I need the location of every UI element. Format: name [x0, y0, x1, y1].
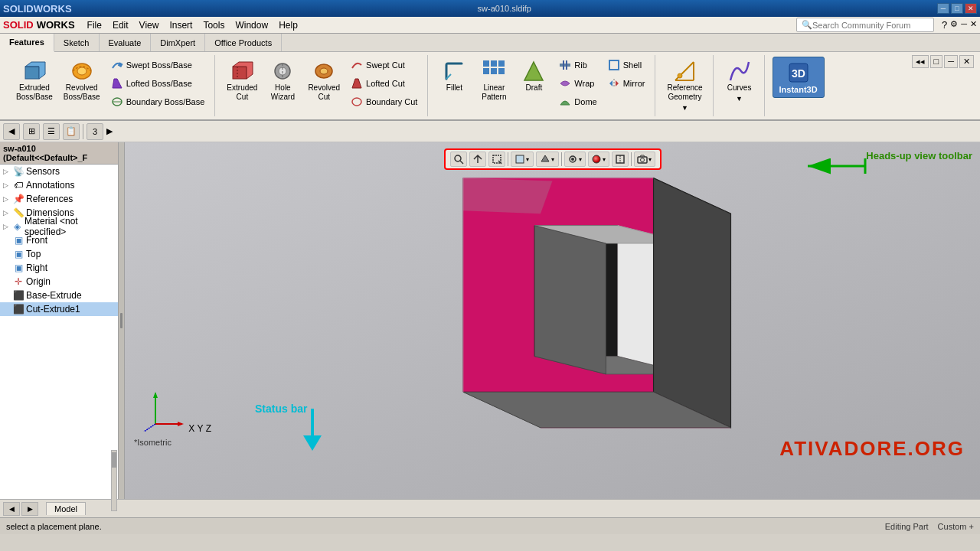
- instant3d-button[interactable]: 3D Instant3D: [773, 57, 825, 98]
- boss-base-items: ExtrudedBoss/Base RevolvedBoss/Base: [12, 57, 208, 115]
- appearance-btn[interactable]: ▾: [588, 152, 609, 167]
- boss-base-small-col: Swept Boss/Base Lofted Boss/Base: [107, 57, 209, 110]
- curves-button[interactable]: Curves: [721, 57, 758, 95]
- swept-cut-button[interactable]: Swept Cut: [347, 57, 421, 73]
- wrap-button[interactable]: Wrap: [555, 75, 600, 92]
- boundary-boss-base-button[interactable]: Boundary Boss/Base: [107, 93, 209, 110]
- curves-dropdown[interactable]: ▼: [736, 95, 743, 103]
- swept-boss-icon: [111, 59, 123, 71]
- feature-mgr-btn[interactable]: ⊞: [23, 123, 40, 140]
- menu-tools[interactable]: Tools: [198, 18, 229, 32]
- linear-pattern-button[interactable]: LinearPattern: [475, 57, 512, 104]
- draft-icon: [521, 59, 546, 83]
- revolved-cut-label: RevolvedCut: [308, 83, 340, 102]
- expand-sensors: ▷: [3, 168, 12, 175]
- tree-item-annotations[interactable]: ▷ 🏷 Annotations: [0, 178, 118, 192]
- tree-item-base-extrude[interactable]: ⬛ Base-Extrude: [0, 289, 118, 302]
- reference-geometry-button[interactable]: ReferenceGeometry: [663, 57, 706, 104]
- zoom-area-btn[interactable]: [488, 152, 505, 167]
- fillet-button[interactable]: Fillet: [436, 57, 472, 95]
- tree-item-origin[interactable]: ✛ Origin: [0, 275, 118, 289]
- reference-geometry-dropdown[interactable]: ▼: [681, 104, 688, 112]
- status-bar: select a placement plane. Editing Part C…: [0, 517, 980, 534]
- mirror-label: Mirror: [623, 79, 645, 88]
- config-mgr-btn[interactable]: 📋: [63, 123, 80, 140]
- help-icon[interactable]: ?: [942, 19, 947, 31]
- tree-item-top[interactable]: ▣ Top: [0, 247, 118, 261]
- swept-boss-base-button[interactable]: Swept Boss/Base: [107, 57, 209, 73]
- hole-wizard-button[interactable]: HoleWizard: [264, 57, 301, 104]
- expand-material: ▷: [3, 223, 11, 230]
- prev-sheet-btn[interactable]: ◀: [3, 502, 20, 516]
- mirror-button[interactable]: Mirror: [604, 75, 649, 92]
- status-right: Editing Part Custom +: [885, 522, 974, 531]
- dome-button[interactable]: Dome: [555, 93, 600, 110]
- tab-dimxpert[interactable]: DimXpert: [151, 34, 205, 51]
- view-orientation-btn[interactable]: ▾: [536, 152, 559, 167]
- svg-point-46: [593, 155, 600, 163]
- menu-help[interactable]: Help: [274, 18, 302, 32]
- lofted-cut-button[interactable]: Lofted Cut: [347, 75, 421, 92]
- lofted-boss-base-button[interactable]: Lofted Boss/Base: [107, 75, 209, 92]
- menu-window[interactable]: Window: [230, 18, 273, 32]
- close-button[interactable]: ✕: [965, 3, 977, 14]
- maximize-button[interactable]: □: [951, 3, 963, 14]
- tree-item-references[interactable]: ▷ 📌 References: [0, 192, 118, 206]
- minimize-button[interactable]: ─: [937, 3, 949, 14]
- extruded-boss-base-button[interactable]: ExtrudedBoss/Base: [12, 57, 57, 104]
- titlebar: SOLIDWORKS sw-a010.sldifp ─ □ ✕: [0, 0, 980, 17]
- next-sheet-btn[interactable]: ▶: [21, 502, 38, 516]
- expand-icon[interactable]: □: [930, 55, 943, 68]
- tab-sketch[interactable]: Sketch: [54, 34, 100, 51]
- tab-office-products[interactable]: Office Products: [205, 34, 282, 51]
- menu-insert[interactable]: Insert: [165, 18, 197, 32]
- extruded-label: ExtrudedBoss/Base: [16, 83, 53, 102]
- previous-view-btn[interactable]: [469, 152, 486, 167]
- display-style-btn[interactable]: ▾: [511, 152, 534, 167]
- tree-item-sensors[interactable]: ▷ 📡 Sensors: [0, 165, 118, 178]
- section-view-btn[interactable]: [612, 152, 629, 167]
- menu-view[interactable]: View: [135, 18, 164, 32]
- tab-features[interactable]: Features: [0, 34, 54, 52]
- zoom-to-fit-btn[interactable]: [450, 152, 467, 167]
- more-tools-btn[interactable]: ▶: [106, 126, 113, 136]
- expand-references: ▷: [3, 195, 12, 203]
- close-ribbon-icon[interactable]: ✕: [959, 55, 974, 68]
- ribbon-content: ExtrudedBoss/Base RevolvedBoss/Base: [0, 52, 980, 119]
- tree-item-right[interactable]: ▣ Right: [0, 261, 118, 275]
- sidebar-resize-handle[interactable]: [119, 142, 125, 499]
- expand-cut-extrude1: [3, 305, 12, 313]
- sidebar-scrollbar[interactable]: [111, 450, 117, 499]
- rib-button[interactable]: Rib: [555, 57, 600, 73]
- tab-evaluate[interactable]: Evaluate: [100, 34, 152, 51]
- model-tab[interactable]: Model: [46, 502, 86, 515]
- svg-rect-22: [491, 68, 497, 74]
- hide-show-btn[interactable]: ▾: [564, 152, 586, 167]
- minimize-icon[interactable]: ─: [961, 19, 967, 31]
- expand-dimensions: ▷: [3, 209, 12, 217]
- options-icon[interactable]: ⚙: [950, 19, 958, 31]
- tree-item-material[interactable]: ▷ ◈ Material <not specified>: [0, 220, 118, 233]
- menu-edit[interactable]: Edit: [108, 18, 133, 32]
- revolved-cut-button[interactable]: RevolvedCut: [304, 57, 344, 104]
- 3d-view-btn[interactable]: 3: [87, 123, 103, 140]
- front-icon: ▣: [12, 234, 24, 246]
- close-menu-icon[interactable]: ✕: [970, 19, 977, 31]
- tree-item-cut-extrude1[interactable]: ⬛ Cut-Extrude1: [0, 302, 118, 316]
- expand-tree-btn[interactable]: ◀: [3, 123, 20, 140]
- extruded-cut-button[interactable]: ExtrudedCut: [223, 57, 261, 104]
- shell-button[interactable]: Shell: [604, 57, 649, 73]
- revolved-boss-base-button[interactable]: RevolvedBoss/Base: [60, 57, 104, 104]
- pin-icon[interactable]: ─: [944, 55, 958, 68]
- base-extrude-icon: ⬛: [12, 289, 24, 302]
- hole-wizard-icon: [270, 59, 295, 83]
- boundary-cut-button[interactable]: Boundary Cut: [347, 93, 421, 110]
- svg-line-39: [460, 161, 463, 164]
- headsup-arrow-annotation: [800, 155, 869, 180]
- property-mgr-btn[interactable]: ☰: [43, 123, 60, 140]
- menu-file[interactable]: File: [83, 18, 106, 32]
- camera-btn[interactable]: ▾: [634, 152, 655, 167]
- draft-button[interactable]: Draft: [515, 57, 552, 95]
- search-input[interactable]: [812, 21, 920, 30]
- collapse-icon[interactable]: ◂◂: [912, 55, 929, 68]
